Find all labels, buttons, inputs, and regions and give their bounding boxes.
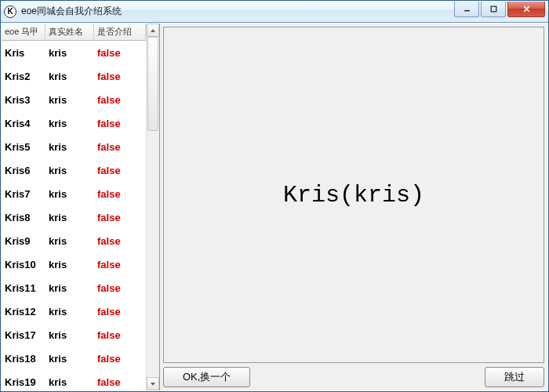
cell-c3: false xyxy=(94,376,146,388)
app-icon: K xyxy=(4,5,16,18)
cell-c2: kris xyxy=(45,353,94,365)
cell-c2: kris xyxy=(45,71,94,82)
cell-c3: false xyxy=(94,212,146,223)
cell-c2: kris xyxy=(45,376,94,388)
table-row[interactable]: Kris2krisfalse xyxy=(2,64,146,88)
cell-c3: false xyxy=(94,188,146,200)
table-row[interactable]: Kris11krisfalse xyxy=(2,276,146,299)
cell-c3: false xyxy=(94,259,146,270)
svg-marker-5 xyxy=(151,383,155,386)
cell-c2: kris xyxy=(45,329,94,341)
table-row[interactable]: Kris17krisfalse xyxy=(2,323,146,347)
cell-c1: Kris17 xyxy=(2,329,45,341)
col-header-alias[interactable]: eoe 马甲 xyxy=(2,24,45,40)
cell-c1: Kris12 xyxy=(2,306,45,318)
cell-c3: false xyxy=(94,329,146,341)
display-canvas: Kris(kris) xyxy=(163,27,544,363)
table-row[interactable]: Kris5krisfalse xyxy=(2,135,146,158)
cell-c1: Kris10 xyxy=(2,259,45,270)
minimize-icon xyxy=(463,5,471,13)
cell-c3: false xyxy=(94,71,146,82)
table-row[interactable]: Kris12krisfalse xyxy=(2,299,146,323)
maximize-icon xyxy=(489,5,498,13)
cell-c3: false xyxy=(94,118,146,129)
cell-c3: false xyxy=(94,94,146,106)
cell-c1: Kris4 xyxy=(2,118,45,129)
chevron-down-icon xyxy=(150,381,156,387)
right-panel: Kris(kris) OK,换一个 跳过 xyxy=(160,24,547,390)
table-row[interactable]: Kris6krisfalse xyxy=(2,158,146,182)
cell-c2: kris xyxy=(45,118,94,129)
table-row[interactable]: Kris18krisfalse xyxy=(2,347,146,370)
skip-button[interactable]: 跳过 xyxy=(485,367,544,387)
table-row[interactable]: Kris9krisfalse xyxy=(2,229,146,252)
cell-c1: Kris5 xyxy=(2,141,45,153)
table-row[interactable]: Kris10krisfalse xyxy=(2,252,146,276)
close-icon xyxy=(522,5,531,13)
table-row[interactable]: Kris3krisfalse xyxy=(2,88,146,111)
cell-c2: kris xyxy=(45,282,94,294)
window-title: eoe同城会自我介绍系统 xyxy=(21,5,454,18)
table-row[interactable]: Kriskrisfalse xyxy=(2,41,146,64)
left-panel: eoe 马甲 真实姓名 是否介绍 KriskrisfalseKris2krisf… xyxy=(2,24,160,390)
cell-c2: kris xyxy=(45,188,94,200)
titlebar[interactable]: K eoe同城会自我介绍系统 xyxy=(1,1,548,23)
scrollbar-thumb[interactable] xyxy=(147,37,158,131)
table-row[interactable]: Kris19krisfalse xyxy=(2,370,146,390)
cell-c2: kris xyxy=(45,212,94,223)
svg-rect-1 xyxy=(491,6,496,12)
table-row[interactable]: Kris7krisfalse xyxy=(2,182,146,205)
cell-c1: Kris9 xyxy=(2,235,45,247)
cell-c2: kris xyxy=(45,47,94,59)
cell-c1: Kris6 xyxy=(2,165,45,176)
scroll-up-button[interactable] xyxy=(147,24,159,37)
cell-c2: kris xyxy=(45,94,94,106)
col-header-realname[interactable]: 真实姓名 xyxy=(45,24,94,40)
ok-next-button[interactable]: OK,换一个 xyxy=(163,367,250,387)
cell-c3: false xyxy=(94,165,146,176)
cell-c3: false xyxy=(94,306,146,318)
svg-marker-4 xyxy=(151,29,155,32)
app-window: K eoe同城会自我介绍系统 eoe 马甲 真实姓名 是否介绍 xyxy=(0,0,549,392)
minimize-button[interactable] xyxy=(454,2,479,17)
table-row[interactable]: Kris4krisfalse xyxy=(2,111,146,135)
cell-c1: Kris19 xyxy=(2,376,45,388)
current-person-display: Kris(kris) xyxy=(283,182,424,209)
scrollbar-track[interactable] xyxy=(147,37,159,377)
cell-c1: Kris3 xyxy=(2,94,45,106)
col-header-introduced[interactable]: 是否介绍 xyxy=(94,24,146,40)
cell-c1: Kris7 xyxy=(2,188,45,200)
cell-c2: kris xyxy=(45,235,94,247)
cell-c1: Kris18 xyxy=(2,353,45,365)
cell-c1: Kris11 xyxy=(2,282,45,294)
cell-c2: kris xyxy=(45,141,94,153)
table-row[interactable]: Kris8krisfalse xyxy=(2,205,146,229)
table-header: eoe 马甲 真实姓名 是否介绍 xyxy=(2,24,146,41)
cell-c1: Kris xyxy=(2,47,45,59)
maximize-button[interactable] xyxy=(481,2,506,17)
table-body: KriskrisfalseKris2krisfalseKris3krisfals… xyxy=(2,41,146,390)
cell-c3: false xyxy=(94,282,146,294)
cell-c3: false xyxy=(94,353,146,365)
close-button[interactable] xyxy=(507,2,545,17)
cell-c1: Kris8 xyxy=(2,212,45,223)
vertical-scrollbar[interactable] xyxy=(146,24,159,390)
cell-c3: false xyxy=(94,235,146,247)
cell-c2: kris xyxy=(45,306,94,318)
chevron-up-icon xyxy=(150,27,156,34)
scroll-down-button[interactable] xyxy=(147,377,159,390)
cell-c3: false xyxy=(94,47,146,59)
cell-c3: false xyxy=(94,141,146,153)
cell-c2: kris xyxy=(45,165,94,176)
cell-c1: Kris2 xyxy=(2,71,45,82)
cell-c2: kris xyxy=(45,259,94,270)
